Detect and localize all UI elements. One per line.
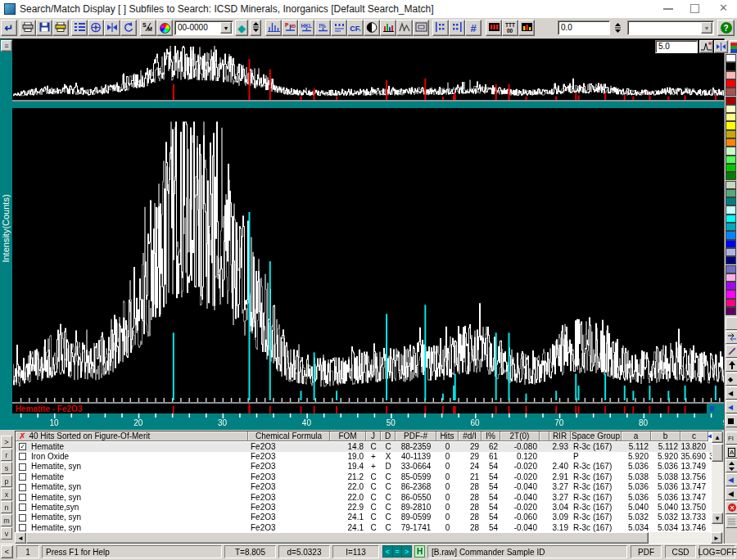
peak-id-button[interactable]: PID: [282, 20, 298, 36]
scale-peak-button[interactable]: [699, 40, 713, 53]
help-button[interactable]: ?: [717, 20, 735, 36]
palette-color-swatch[interactable]: [726, 105, 736, 113]
align-right-button[interactable]: [449, 20, 465, 36]
combo-dropdown-button[interactable]: ▼: [220, 22, 232, 34]
hkl-button[interactable]: HKL: [298, 20, 314, 36]
options-button[interactable]: [88, 20, 104, 36]
status-nav-widget[interactable]: <=>: [382, 545, 412, 558]
row-checkbox[interactable]: [19, 484, 26, 491]
row-checkbox[interactable]: ✓: [19, 443, 26, 450]
delete-button[interactable]: ✕: [726, 501, 737, 514]
maximize-button[interactable]: [690, 4, 699, 13]
scroll-left-button[interactable]: ◄: [15, 532, 26, 544]
left-tool-r-button[interactable]: r: [1, 449, 12, 461]
enter-button[interactable]: ↵: [1, 20, 17, 36]
fl-button[interactable]: Fl: [726, 431, 737, 445]
palette-color-swatch[interactable]: [726, 197, 736, 205]
spin-buttons[interactable]: [250, 20, 261, 36]
v-scroll-down-button[interactable]: ▼: [712, 513, 723, 524]
table-row[interactable]: Hematite, synFe2O324.1CC89-059902854-0.0…: [16, 513, 712, 522]
rgb-bars-button[interactable]: [380, 20, 396, 36]
palette-color-swatch[interactable]: [726, 248, 736, 256]
left-tool-n-button[interactable]: n: [1, 501, 12, 513]
color-wheel-button[interactable]: [156, 20, 173, 36]
filter-dropdown-button[interactable]: ▼: [701, 22, 712, 34]
offset-spin-buttons[interactable]: [613, 20, 622, 35]
d-spacing-button[interactable]: [331, 20, 347, 36]
row-checkbox[interactable]: [19, 453, 26, 460]
save-button[interactable]: [36, 20, 52, 36]
contrast-button[interactable]: [364, 20, 380, 36]
v-scroll-up-button[interactable]: ▲: [712, 431, 723, 443]
scroll-right-button[interactable]: ►: [711, 532, 722, 544]
status-log[interactable]: LOG=OFF: [699, 545, 735, 558]
left-tool-s-button[interactable]: s: [1, 462, 12, 474]
table-row[interactable]: ✓HematiteFe2O314.8CC88-235902962-0.0802.…: [16, 442, 712, 452]
v-scroll-thumb[interactable]: [712, 444, 723, 462]
pan-button[interactable]: [104, 20, 120, 36]
palette-color-swatch[interactable]: [726, 156, 736, 164]
overlay-button[interactable]: ◆: [235, 20, 248, 36]
palette-color-swatch[interactable]: [726, 138, 736, 147]
left-black-button[interactable]: ◀: [726, 386, 737, 400]
palette-color-swatch[interactable]: [726, 181, 736, 189]
square-button[interactable]: [726, 414, 737, 427]
diamond-button[interactable]: ◆: [726, 373, 737, 386]
pencil-button[interactable]: [726, 345, 737, 358]
row-checkbox[interactable]: [19, 473, 26, 481]
palette-color-swatch[interactable]: [726, 121, 736, 129]
a-box-button[interactable]: A: [726, 445, 737, 458]
palette-color-swatch[interactable]: [726, 97, 736, 105]
palette-color-swatch[interactable]: [726, 256, 736, 264]
up-arrow-button[interactable]: [726, 359, 737, 372]
palette-color-swatch[interactable]: [726, 240, 736, 248]
minimize-button[interactable]: [663, 8, 673, 10]
prev-black-button[interactable]: ◀: [726, 487, 737, 500]
left-blue-button[interactable]: ◀: [726, 400, 737, 413]
palette-color-swatch[interactable]: [726, 54, 736, 62]
palette-color-swatch[interactable]: [726, 273, 736, 282]
table-row[interactable]: Hematite,synFe2O322.9CC89-281002854-0.02…: [16, 503, 712, 513]
row-checkbox[interactable]: [19, 494, 26, 501]
menu-button[interactable]: [726, 515, 737, 528]
blank-button[interactable]: [726, 317, 737, 330]
print-button[interactable]: [20, 20, 36, 36]
search-match-button[interactable]: SM: [140, 20, 156, 36]
h-scrollbar[interactable]: ◄ ►: [15, 532, 722, 544]
palette-button[interactable]: [730, 40, 737, 53]
left-tool-v-button[interactable]: v: [1, 527, 12, 540]
table-row[interactable]: Hematite, synFe2O322.0CC86-055002854-0.0…: [16, 493, 712, 503]
nav-prev-button[interactable]: <: [383, 546, 392, 557]
grid-button[interactable]: #: [465, 20, 482, 36]
filter-combo[interactable]: ▼: [627, 20, 714, 35]
status-pdf[interactable]: PDF: [631, 545, 662, 558]
table-row[interactable]: Hematite, synFe2O319.4+D33-066402454-0.0…: [16, 462, 712, 472]
i-percent-button[interactable]: I%: [314, 20, 331, 36]
palette-color-swatch[interactable]: [726, 79, 736, 88]
prev-blue-button[interactable]: ◀: [726, 473, 737, 486]
align-left-button[interactable]: [432, 20, 449, 36]
palette-color-swatch[interactable]: [726, 147, 736, 155]
zoom-window-button[interactable]: [413, 20, 429, 36]
refresh-button[interactable]: [120, 20, 137, 36]
status-back-button[interactable]: <: [1, 545, 13, 558]
scroll-thumb[interactable]: [26, 532, 649, 544]
nav-current-button[interactable]: =: [393, 546, 402, 557]
profile-button[interactable]: [396, 20, 413, 36]
palette-color-swatch[interactable]: [726, 113, 736, 121]
pause-button[interactable]: II: [710, 404, 714, 413]
hitlist-button[interactable]: [71, 20, 88, 36]
red-bars-button[interactable]: [486, 20, 502, 36]
nav-next-button[interactable]: >: [402, 546, 411, 557]
row-checkbox[interactable]: [19, 514, 26, 522]
palette-color-swatch[interactable]: [726, 265, 736, 273]
left-tool-p-button[interactable]: p: [1, 475, 12, 487]
cf-button[interactable]: CF.: [347, 20, 364, 36]
palette-color-swatch[interactable]: [726, 71, 736, 79]
row-checkbox[interactable]: [19, 504, 26, 511]
swap-arrows-button[interactable]: [726, 331, 737, 344]
palette-color-swatch[interactable]: [726, 215, 736, 223]
table-row[interactable]: HematiteFe2O321.2CC85-059902154-0.0202.9…: [16, 472, 712, 482]
palette-color-swatch[interactable]: [726, 282, 736, 290]
main-chart[interactable]: [12, 108, 726, 402]
